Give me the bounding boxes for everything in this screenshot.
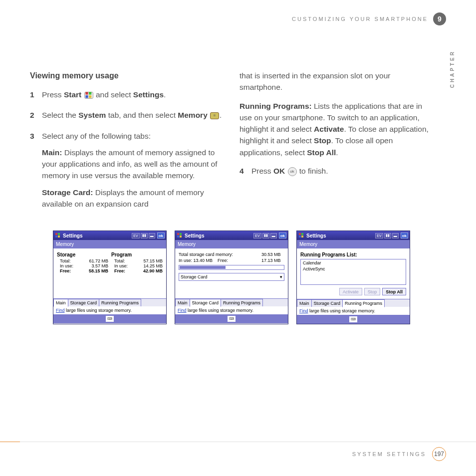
text: Select any of the following tabs: [42,130,226,142]
program-heading: Program [111,252,163,257]
svg-rect-5 [58,233,60,235]
svg-rect-13 [301,233,303,235]
running-listbox[interactable]: Calendar ActiveSync [300,259,406,285]
tab-running-programs[interactable]: Running Programs [342,299,385,307]
text: . [164,90,166,99]
windows-flag-icon [177,233,183,238]
keyboard-icon[interactable]: ⌨ [106,316,114,322]
screenshots-row: Settings EV ▮▮ ▬ ok Memory Storage Total… [30,231,446,324]
header-section-title: CUSTOMIZING YOUR SMARTPHONE [292,16,428,22]
svg-rect-12 [299,233,301,235]
titlebar: Settings EV ▮▮ ▬ ok [297,231,410,240]
running-programs-label: Running Programs: [239,102,312,110]
screenshot-storage-tab: Settings EV ▮▮ ▬ ok Memory Total storage… [175,231,288,324]
tab-storage-card[interactable]: Storage Card [68,299,100,306]
activate-button[interactable]: Activate [339,288,362,295]
page-footer: SYSTEM SETTINGS 197 [0,442,476,461]
text: Displays the amount of memory assigned t… [42,148,218,180]
bold-stop: Stop [314,136,331,145]
step-number: 4 [239,165,251,182]
tab-running-programs[interactable]: Running Programs [99,299,141,306]
subheader-memory: Memory [297,240,410,248]
subheader-memory: Memory [53,240,166,248]
tab-main[interactable]: Main [175,299,190,306]
text: that is inserted in the expansion slot o… [239,70,435,93]
page-number-badge: 197 [432,447,446,461]
list-item[interactable]: ActiveSync [303,266,404,272]
ev-indicator: EV [253,233,261,238]
bold-stopall: Stop All [307,148,336,157]
progress-bar [179,265,284,270]
find-link[interactable]: Find [299,308,308,313]
text: large files using storage memory. [308,308,375,313]
svg-rect-4 [55,233,57,235]
sip-bar: ⌨ [297,315,410,324]
value: 30.53 MB [261,252,284,257]
bold-ok: OK [273,167,285,175]
find-link[interactable]: Find [178,308,187,313]
text: Press [251,167,273,175]
text: . [220,111,222,119]
step-3: 3 Select any of the following tabs: Main… [30,130,226,215]
label: In use: [60,263,73,268]
step-2: 2 Select the System tab, and then select… [30,109,226,126]
tab-storage-card[interactable]: Storage Card [311,299,343,307]
ok-button[interactable]: ok [401,233,408,238]
tab-main[interactable]: Main [53,299,68,307]
storage-column: Storage Total:61.72 MB In use:3.57 MB Fr… [57,252,108,273]
sip-bar: ⌨ [175,314,288,323]
bold-activate: Activate [314,125,344,133]
tabs: Main Storage Card Running Programs [53,298,166,306]
svg-rect-11 [180,236,182,238]
keyboard-icon[interactable]: ⌨ [228,316,236,322]
main-label: Main: [42,148,62,157]
svg-rect-3 [89,95,91,98]
storage-heading: Storage [57,252,108,257]
find-link[interactable]: Find [56,308,65,313]
find-line: Find large files using storage memory. [53,306,166,314]
svg-rect-10 [177,236,179,238]
titlebar-title: Settings [306,233,373,238]
ev-indicator: EV [375,233,383,238]
screenshot-running-tab: Settings EV ▮▮ ▬ ok Memory Running Progr… [296,231,410,324]
text: to finish. [299,167,328,175]
value: 3.57 MB [91,263,108,268]
stop-all-button[interactable]: Stop All [382,288,406,295]
stop-button[interactable]: Stop [364,288,381,295]
svg-rect-0 [85,92,88,94]
svg-rect-15 [301,236,303,238]
start-icon [84,92,93,99]
ev-indicator: EV [132,233,139,238]
value: 13.40 MB [194,258,213,263]
step-number: 3 [30,130,42,215]
svg-rect-7 [58,236,60,238]
label: Total storage card memory: [179,252,261,257]
bold-system: System [78,111,106,119]
keyboard-icon[interactable]: ⌨ [349,316,357,322]
running-list-label: Running Programs List: [300,252,406,257]
svg-rect-1 [89,92,91,94]
footer-accent [0,442,20,442]
value: 58.15 MB [89,268,108,273]
signal-icon: ▮▮ [141,233,148,238]
storage-select[interactable]: Storage Card [179,273,284,281]
ok-button[interactable]: ok [279,233,286,238]
bold-settings: Settings [133,90,164,99]
tab-storage-card[interactable]: Storage Card [190,299,222,307]
titlebar-title: Settings [63,233,130,238]
tabs: Main Storage Card Running Programs [175,298,288,306]
windows-flag-icon [55,233,61,238]
chapter-number-badge: 9 [433,12,446,25]
tab-main[interactable]: Main [297,299,312,307]
text: tab, and then select [106,111,178,119]
list-item[interactable]: Calendar [303,260,404,266]
value: 17.13 MB [261,258,284,263]
tab-running-programs[interactable]: Running Programs [221,299,263,306]
chapter-label: CHAPTER [450,50,455,88]
value: 57.15 MB [143,258,163,263]
memory-icon: ≡ [210,112,219,119]
windows-flag-icon [298,233,304,238]
ok-button[interactable]: ok [157,233,165,238]
bold-memory: Memory [178,111,207,119]
ok-icon: ok [288,167,297,176]
